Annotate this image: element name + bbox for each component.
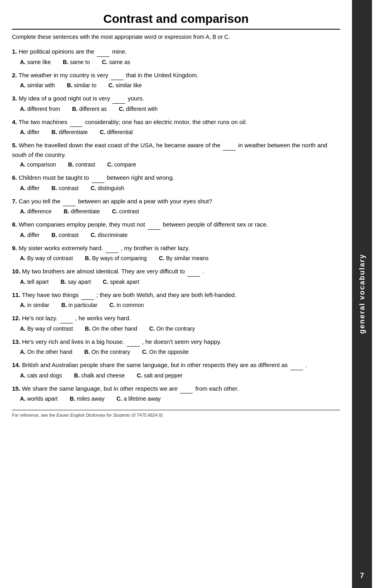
option-label: C. [103,279,108,285]
options: A. worlds apart B. miles away C. a lifet… [20,395,340,402]
question-text: 13. He's very rich and lives in a big ho… [12,337,340,347]
blank [127,337,140,347]
option-text: differ [27,129,40,135]
option: B. in particular [61,302,97,308]
option-text: differentiate [59,129,88,135]
option-text: By ways of comparing [92,255,147,261]
question-text: 8. When companies employ people, they mu… [12,220,340,230]
option-label: C. [100,129,106,135]
option-text: say apart [68,279,91,285]
option-label: B. [52,129,57,135]
option-label: B. [67,82,72,88]
question-text: 10. My two brothers are almost identical… [12,267,340,277]
question-block: 1. Her political opinions are the mine. … [12,47,340,65]
option-label: C. [90,232,96,238]
option-label: A. [20,82,26,88]
option: B. On the other hand [85,325,137,332]
question-text: 1. Her political opinions are the mine. [12,47,340,57]
option-label: B. [85,325,90,332]
option-label: B. [70,395,75,402]
sidebar: general vocabulary 7 [352,0,372,588]
option-label: B. [52,232,57,238]
option-label: A. [20,185,26,191]
blank [290,361,303,370]
question-block: 13. He's very rich and lives in a big ho… [12,337,340,355]
option-text: same like [27,59,51,65]
option-label: C. [109,302,115,308]
option: A. cats and dogs [20,372,62,379]
question-text: 4. The two machines considerably; one ha… [12,118,340,127]
instructions: Complete these sentences with the most a… [12,34,340,40]
option-label: B. [74,372,80,379]
option-text: contrast [119,208,139,215]
option: A. worlds apart [20,395,58,402]
page-wrapper: Contrast and comparison Complete these s… [0,0,384,588]
blank [112,94,125,104]
option: B. differentiate [52,129,88,135]
option-label: C. [159,255,164,261]
page-number: 7 [360,572,364,580]
option-text: different from [27,106,60,112]
question-block: 15. We share the same language, but in o… [12,384,340,402]
option-text: similar with [27,82,55,88]
option: A. different from [20,106,60,112]
option: C. On the contrary [149,325,195,332]
option-label: B. [68,161,74,168]
option-label: C. [107,161,113,168]
option-label: A. [20,161,26,168]
options: A. differ B. differentiate C. differenti… [20,129,340,135]
option-label: C. [90,185,96,191]
question-block: 5. When he travelled down the east coast… [12,141,340,168]
option: C. differential [100,129,133,135]
option-text: salt and pepper [144,372,183,379]
question-text: 2. The weather in my country is very tha… [12,71,340,80]
questions-container: 1. Her political opinions are the mine. … [12,47,340,402]
option-text: same as [109,59,130,65]
option-text: On the contrary [92,349,130,355]
option-text: distinguish [98,185,124,191]
blank [97,47,110,57]
option: C. compare [107,161,136,168]
options: A. in similar B. in particular C. in com… [20,302,340,308]
option: C. a lifetime away [116,395,160,402]
option-text: differ [27,185,40,191]
option-label: B. [61,302,67,308]
question-block: 6. Children must be taught to between ri… [12,173,340,191]
question-text: 5. When he travelled down the east coast… [12,141,340,159]
options: A. tell apart B. say apart C. speak apar… [20,279,340,285]
question-block: 4. The two machines considerably; one ha… [12,118,340,136]
option-text: cats and dogs [27,372,62,379]
blank [60,314,73,323]
option: B. differentiate [64,208,100,215]
option-label: A. [20,129,26,135]
option: B. On the contrary [84,349,130,355]
option-text: contrast [59,232,79,238]
question-block: 9. My sister works extremely hard. , my … [12,244,340,262]
title-divider [12,29,340,30]
option: C. discriminate [90,232,128,238]
options: A. differ B. contrast C. discriminate [20,232,340,238]
option-text: tell apart [27,279,49,285]
option: A. By way of contrast [20,325,73,332]
question-block: 3. My idea of a good night out is very y… [12,94,340,112]
question-text: 3. My idea of a good night out is very y… [12,94,340,104]
option-label: C. [108,82,114,88]
question-text: 11. They have two things ; they are both… [12,291,340,300]
options: A. By way of contrast B. On the other ha… [20,325,340,332]
option-text: By way of contrast [27,325,73,332]
option: A. tell apart [20,279,49,285]
question-block: 7. Can you tell the between an apple and… [12,197,340,215]
option: B. contrast [68,161,95,168]
options: A. On the other hand B. On the contrary … [20,349,340,355]
question-text: 12. He's not lazy. , he works very hard. [12,314,340,323]
option-label: A. [20,59,26,65]
option: C. different with [119,106,158,112]
blank [70,118,82,127]
option-label: A. [20,302,26,308]
option-label: C. [142,349,148,355]
option-text: comparison [27,161,56,168]
option-text: similar like [116,82,142,88]
blank [223,141,236,151]
question-text: 9. My sister works extremely hard. , my … [12,244,340,253]
option-label: A. [20,106,26,112]
